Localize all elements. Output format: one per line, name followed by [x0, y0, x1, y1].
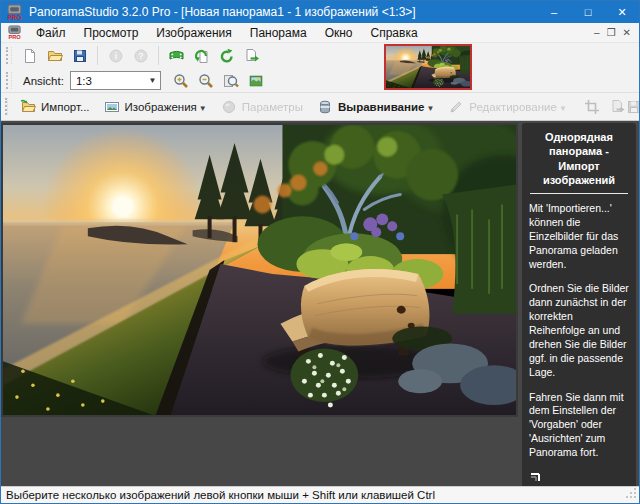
menu-images[interactable]: Изображения [147, 24, 240, 42]
crop-button [584, 96, 600, 118]
rotate-arrow-icon [219, 48, 235, 64]
step-toolbar: Импорт... Изображения ▼ Параметры Выравн… [1, 93, 639, 121]
actual-size-button[interactable] [219, 70, 244, 92]
toolbar-separator [97, 46, 98, 65]
combo-dropdown-icon[interactable]: ▼ [145, 76, 160, 85]
new-file-icon [22, 48, 38, 64]
help-panel: Однорядная панорама - Импорт изображений… [522, 123, 636, 486]
zoom-value: 1:3 [76, 75, 92, 87]
zoom-out-button[interactable] [194, 70, 219, 92]
help-button: ? [128, 45, 153, 67]
status-bar: Выберите несколько изображений левой кно… [1, 486, 639, 503]
tab-images-label: Изображения [125, 101, 197, 113]
save-floppy-icon [72, 48, 88, 64]
toolbar-area: i ? Ansicht: 1:3 ▼ [1, 43, 639, 93]
images-icon [104, 99, 120, 115]
resize-grip[interactable] [625, 487, 637, 501]
toolbar-grip[interactable] [6, 72, 12, 89]
menu-help[interactable]: Справка [362, 24, 427, 42]
mdi-minimize-button[interactable]: – [594, 27, 600, 38]
tab-import-label: Импорт... [41, 101, 90, 113]
workspace: Однорядная панорама - Импорт изображений… [1, 121, 639, 486]
menu-view[interactable]: Просмотр [75, 24, 148, 42]
mdi-document-icon[interactable] [7, 25, 22, 40]
zoom-combobox[interactable]: 1:3 ▼ [70, 71, 161, 90]
rotate-image-button[interactable] [214, 45, 239, 67]
window-title: PanoramaStudio 3.2.0 Pro - [Новая панора… [29, 5, 416, 19]
rotate-left-icon [194, 48, 210, 64]
info-button: i [103, 45, 128, 67]
help-icon: ? [133, 48, 149, 64]
zoom-in-button[interactable] [169, 70, 194, 92]
zoom-in-icon [173, 73, 189, 89]
toolbar-grip[interactable] [6, 47, 12, 64]
svg-text:?: ? [138, 51, 144, 61]
export-panorama-button [610, 96, 626, 118]
status-text: Выберите несколько изображений левой кно… [6, 489, 435, 501]
help-title-line2: Импорт изображений [529, 159, 629, 188]
new-panorama-button[interactable] [164, 45, 189, 67]
tab-editing-label: Редактирование [469, 101, 557, 113]
mdi-restore-button[interactable]: ❐ [607, 27, 616, 38]
toolbar-grip[interactable] [5, 98, 8, 115]
panorama-thumbnail[interactable] [384, 44, 472, 90]
toolbar-separator [158, 46, 159, 65]
parameters-icon [221, 99, 237, 115]
export-page-icon [610, 99, 626, 115]
mdi-close-button[interactable]: ✕ [623, 27, 631, 38]
tab-editing-dropdown-icon: ▼ [559, 104, 567, 115]
help-paragraph-1: Mit 'Importieren...' können die Einzelbi… [529, 202, 629, 271]
panorama-canvas[interactable] [1, 123, 518, 417]
crop-icon [584, 99, 600, 115]
tab-parameters-label: Параметры [242, 101, 303, 113]
app-icon [6, 4, 23, 21]
zoom-out-icon [198, 73, 214, 89]
export-image-button[interactable] [239, 45, 264, 67]
svg-text:i: i [114, 51, 117, 61]
info-icon: i [108, 48, 124, 64]
save-project-button[interactable] [67, 45, 92, 67]
title-bar: PanoramaStudio 3.2.0 Pro - [Новая панора… [1, 1, 639, 23]
panorama-image [3, 125, 516, 415]
maximize-button[interactable]: □ [571, 1, 605, 23]
help-paragraph-2: Ordnen Sie die Bilder dann zunächst in d… [529, 282, 629, 379]
panorama-strip-icon [168, 48, 185, 64]
help-paragraph-3: Fahren Sie dann mit dem Einstellen der '… [529, 391, 629, 460]
tab-parameters: Параметры [214, 95, 310, 119]
open-folder-icon [47, 48, 63, 64]
tab-alignment-label: Выравнивание [338, 101, 424, 113]
close-button[interactable]: ✕ [605, 1, 639, 23]
app-window: PanoramaStudio 3.2.0 Pro - [Новая панора… [0, 0, 640, 504]
import-folder-icon [20, 99, 36, 115]
tab-images[interactable]: Изображения ▼ [97, 95, 214, 119]
help-title-line1: Однорядная панорама - [529, 130, 629, 159]
tab-editing: Редактирование ▼ [441, 95, 574, 119]
fit-view-icon [248, 73, 264, 89]
actual-size-icon [223, 73, 239, 89]
panel-corner-arrow-icon[interactable] [529, 471, 629, 486]
rotate-image-left-button[interactable] [189, 45, 214, 67]
tab-alignment[interactable]: Выравнивание ▼ [310, 95, 441, 119]
toolbar-view: Ansicht: 1:3 ▼ [1, 68, 639, 93]
toolbar-main: i ? [1, 43, 639, 68]
new-project-button[interactable] [17, 45, 42, 67]
menu-window[interactable]: Окно [316, 24, 362, 42]
help-divider [530, 193, 628, 194]
thumbnail-image [386, 46, 470, 88]
minimize-button[interactable]: – [537, 1, 571, 23]
menu-file[interactable]: Файл [27, 24, 75, 42]
export-page-icon [244, 48, 260, 64]
editing-pen-icon [448, 99, 464, 115]
view-label: Ansicht: [23, 75, 64, 87]
tab-images-dropdown-icon[interactable]: ▼ [199, 104, 207, 115]
alignment-cylinder-icon [317, 99, 333, 115]
menu-bar: Файл Просмотр Изображения Панорама Окно … [1, 23, 639, 43]
menu-panorama[interactable]: Панорама [241, 24, 316, 42]
open-project-button[interactable] [42, 45, 67, 67]
tab-alignment-dropdown-icon[interactable]: ▼ [426, 104, 434, 115]
fit-to-window-button[interactable] [244, 70, 269, 92]
tab-import[interactable]: Импорт... [13, 95, 97, 119]
